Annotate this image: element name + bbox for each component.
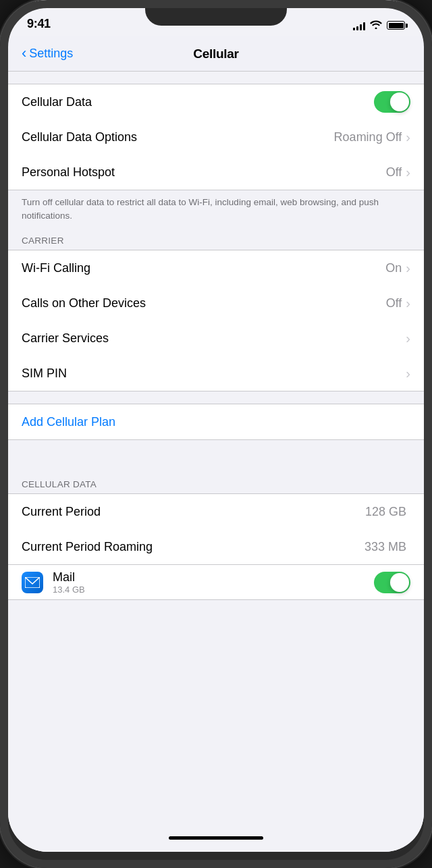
current-period-roaming-row: Current Period Roaming 333 MB <box>8 529 424 564</box>
signal-bar-1 <box>353 28 355 30</box>
home-bar <box>169 836 263 840</box>
cellular-data-options-value: Roaming Off <box>334 130 402 144</box>
mail-app-icon <box>22 572 43 593</box>
mail-app-row[interactable]: Mail 13.4 GB <box>8 564 424 599</box>
cellular-data-options-label: Cellular Data Options <box>22 130 334 144</box>
signal-bar-3 <box>360 24 362 30</box>
phone-frame: 9:41 <box>0 0 432 868</box>
carrier-services-row[interactable]: Carrier Services › <box>8 321 424 356</box>
mail-toggle[interactable] <box>374 572 410 593</box>
current-period-value: 128 GB <box>365 505 406 519</box>
battery-icon <box>387 21 405 30</box>
add-cellular-plan-row[interactable]: Add Cellular Plan <box>8 404 424 439</box>
current-period-label: Current Period <box>22 505 365 519</box>
cellular-data-toggle[interactable] <box>374 91 410 113</box>
home-indicator[interactable] <box>8 823 424 852</box>
current-period-row: Current Period 128 GB <box>8 494 424 529</box>
status-time: 9:41 <box>27 17 51 31</box>
add-plan-group: Add Cellular Plan <box>8 404 424 440</box>
current-period-roaming-value: 333 MB <box>364 540 406 554</box>
mail-app-size: 13.4 GB <box>53 585 364 595</box>
calls-other-devices-value: Off <box>386 296 402 310</box>
signal-bar-2 <box>356 26 358 30</box>
back-label[interactable]: Settings <box>29 47 73 61</box>
back-button[interactable]: ‹ Settings <box>22 47 73 61</box>
cellular-data-row[interactable]: Cellular Data <box>8 84 424 119</box>
chevron-icon: › <box>406 130 410 144</box>
back-chevron-icon: ‹ <box>22 46 26 61</box>
carrier-services-label: Carrier Services <box>22 331 406 346</box>
mail-app-name: Mail <box>53 570 364 585</box>
carrier-settings-group: Wi-Fi Calling On › Calls on Other Device… <box>8 250 424 391</box>
section-gap-bottom <box>8 600 424 620</box>
cellular-data-section-header: CELLULAR DATA <box>8 474 424 493</box>
current-period-roaming-label: Current Period Roaming <box>22 540 364 554</box>
wifi-icon <box>370 20 382 31</box>
cellular-data-label: Cellular Data <box>22 95 374 109</box>
cellular-settings-group: Cellular Data Cellular Data Options Roam… <box>8 84 424 190</box>
signal-bars-icon <box>353 21 365 30</box>
cellular-data-footer: Turn off cellular data to restrict all d… <box>8 190 424 230</box>
wifi-calling-value: On <box>385 261 402 275</box>
page-title: Cellular <box>193 47 238 61</box>
toggle-knob <box>390 573 409 592</box>
wifi-calling-row[interactable]: Wi-Fi Calling On › <box>8 250 424 286</box>
toggle-knob <box>390 92 409 111</box>
screen: 9:41 <box>8 0 424 852</box>
sim-pin-row[interactable]: SIM PIN › <box>8 356 424 391</box>
wifi-calling-label: Wi-Fi Calling <box>22 261 385 275</box>
mail-icon <box>22 572 43 593</box>
chevron-icon: › <box>406 165 410 179</box>
status-icons <box>353 20 405 31</box>
calls-other-devices-row[interactable]: Calls on Other Devices Off › <box>8 286 424 321</box>
mail-app-info: Mail 13.4 GB <box>53 570 364 595</box>
add-cellular-plan-label[interactable]: Add Cellular Plan <box>22 415 115 429</box>
content-area: Cellular Data Cellular Data Options Roam… <box>8 72 424 823</box>
personal-hotspot-label: Personal Hotspot <box>22 165 386 180</box>
section-gap-3 <box>8 440 424 474</box>
signal-bar-4 <box>363 22 365 30</box>
carrier-section-header: CARRIER <box>8 230 424 250</box>
notch <box>145 0 287 26</box>
sim-pin-label: SIM PIN <box>22 367 406 381</box>
personal-hotspot-value: Off <box>386 165 402 180</box>
chevron-icon: › <box>406 296 410 310</box>
nav-bar: ‹ Settings Cellular <box>8 36 424 72</box>
chevron-icon: › <box>406 261 410 275</box>
chevron-icon: › <box>406 367 410 380</box>
cellular-data-options-row[interactable]: Cellular Data Options Roaming Off › <box>8 119 424 155</box>
section-gap-2 <box>8 391 424 404</box>
calls-other-devices-label: Calls on Other Devices <box>22 296 386 310</box>
section-gap-top <box>8 72 424 84</box>
personal-hotspot-row[interactable]: Personal Hotspot Off › <box>8 155 424 190</box>
chevron-icon: › <box>406 331 410 345</box>
cellular-data-stats-group: Current Period 128 GB Current Period Roa… <box>8 493 424 600</box>
